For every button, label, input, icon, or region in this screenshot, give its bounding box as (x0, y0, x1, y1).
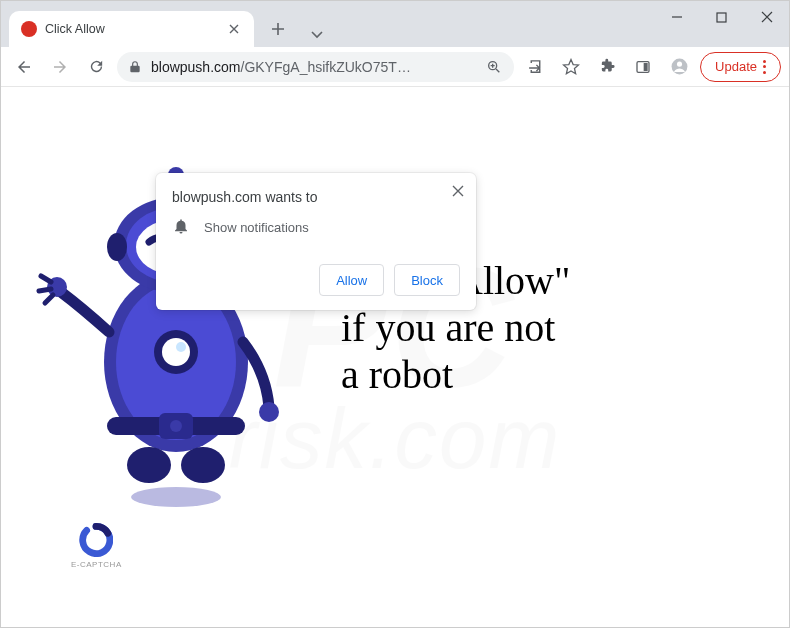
svg-point-6 (131, 487, 221, 507)
ecaptcha-icon (79, 523, 113, 557)
forward-button[interactable] (45, 52, 75, 82)
url-text: blowpush.com/GKYFgA_hsifkZUkO75T… (151, 59, 476, 75)
back-button[interactable] (9, 52, 39, 82)
zoom-icon[interactable] (484, 52, 504, 82)
svg-point-18 (259, 402, 279, 422)
share-icon[interactable] (520, 52, 550, 82)
minimize-button[interactable] (654, 1, 699, 33)
tab-close-button[interactable] (226, 21, 242, 37)
reload-button[interactable] (81, 52, 111, 82)
toolbar: blowpush.com/GKYFgA_hsifkZUkO75T… Update (1, 47, 789, 87)
svg-point-24 (107, 233, 127, 261)
favicon-icon (21, 21, 37, 37)
maximize-button[interactable] (699, 1, 744, 33)
update-label: Update (715, 59, 757, 74)
svg-point-16 (181, 447, 225, 483)
update-button[interactable]: Update (700, 52, 781, 82)
svg-point-14 (176, 342, 186, 352)
allow-label: Allow (336, 273, 367, 288)
browser-tab[interactable]: Click Allow (9, 11, 254, 47)
headline-line3: a robot (341, 351, 570, 398)
menu-dots-icon (763, 60, 766, 74)
url-domain: blowpush.com (151, 59, 241, 75)
block-button[interactable]: Block (394, 264, 460, 296)
profile-icon[interactable] (664, 52, 694, 82)
extensions-icon[interactable] (592, 52, 622, 82)
titlebar: Click Allow (1, 1, 789, 47)
window-controls (654, 1, 789, 47)
svg-point-13 (162, 338, 190, 366)
allow-button[interactable]: Allow (319, 264, 384, 296)
svg-rect-0 (717, 13, 726, 22)
permission-title: blowpush.com wants to (172, 189, 460, 205)
ecaptcha-badge: E-CAPTCHA (71, 523, 122, 569)
sidepanel-icon[interactable] (628, 52, 658, 82)
address-bar[interactable]: blowpush.com/GKYFgA_hsifkZUkO75T… (117, 52, 514, 82)
new-tab-button[interactable] (264, 15, 292, 43)
svg-rect-3 (644, 63, 648, 71)
url-path: /GKYFgA_hsifkZUkO75T… (241, 59, 411, 75)
permission-capability-row: Show notifications (172, 217, 460, 238)
permission-prompt: blowpush.com wants to Show notifications… (156, 173, 476, 310)
permission-capability-label: Show notifications (204, 220, 309, 235)
permission-close-button[interactable] (452, 183, 464, 201)
close-window-button[interactable] (744, 1, 789, 33)
ecaptcha-label: E-CAPTCHA (71, 560, 122, 569)
tab-search-button[interactable] (302, 23, 332, 47)
svg-point-11 (170, 420, 182, 432)
headline-line2: if you are not (341, 304, 570, 351)
lock-icon (127, 59, 143, 75)
bell-icon (172, 217, 190, 238)
svg-point-5 (677, 62, 682, 67)
tab-title: Click Allow (45, 22, 218, 36)
block-label: Block (411, 273, 443, 288)
page-content: PC risk.com (1, 87, 789, 628)
svg-point-15 (127, 447, 171, 483)
bookmark-icon[interactable] (556, 52, 586, 82)
